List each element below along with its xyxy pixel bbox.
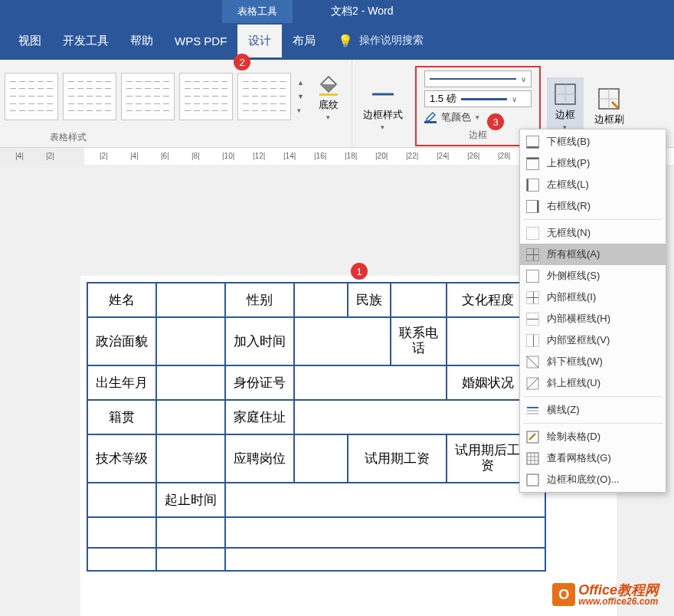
svg-line-12 xyxy=(527,378,538,389)
cell[interactable] xyxy=(294,365,447,400)
table-style-thumb[interactable] xyxy=(121,73,175,120)
cell[interactable] xyxy=(225,548,545,571)
cell[interactable]: 联系电话 xyxy=(391,317,447,365)
cell[interactable]: 试用期后工资 xyxy=(447,434,528,483)
cell[interactable]: 政治面貌 xyxy=(87,317,156,365)
border-group-label: 边框 xyxy=(424,127,532,143)
border-painter-icon xyxy=(597,87,621,111)
menu-bottom-border[interactable]: 下框线(B) xyxy=(520,131,666,152)
menu-borders-shading-dialog[interactable]: 边框和底纹(O)... xyxy=(520,469,666,490)
tab-view[interactable]: 视图 xyxy=(8,25,52,57)
table-row: 籍贯 家庭住址 xyxy=(87,400,545,434)
style-gallery-expand-icon[interactable]: ▾ xyxy=(297,106,304,114)
cell[interactable] xyxy=(156,548,225,571)
cell[interactable] xyxy=(87,483,156,517)
cell[interactable]: 试用期工资 xyxy=(348,434,447,483)
table-style-thumb[interactable] xyxy=(237,73,291,120)
cell[interactable] xyxy=(294,400,545,434)
tab-design[interactable]: 设计 xyxy=(237,25,282,57)
watermark-url: www.office26.com xyxy=(578,597,659,607)
paint-bucket-icon xyxy=(316,72,341,97)
border-weight-select[interactable]: 1.5 磅 ∨ xyxy=(424,90,532,107)
pen-color-button[interactable]: 笔颜色 ▾ xyxy=(424,110,532,124)
borders-dialog-icon xyxy=(526,473,539,487)
menu-outside-borders[interactable]: 外侧框线(S) xyxy=(520,265,666,287)
menu-inside-h-border[interactable]: 内部横框线(H) xyxy=(520,308,666,329)
cell[interactable] xyxy=(156,400,225,434)
cell[interactable] xyxy=(156,317,225,365)
menu-inside-v-border[interactable]: 内部竖框线(V) xyxy=(520,329,666,351)
no-border-icon xyxy=(526,227,539,240)
menu-diag-up-border[interactable]: 斜上框线(U) xyxy=(520,372,666,394)
cell[interactable]: 技术等级 xyxy=(87,434,156,483)
cell[interactable] xyxy=(294,283,348,317)
table-tools-contextual-tab: 表格工具 xyxy=(222,0,293,23)
left-border-icon xyxy=(526,179,539,192)
cell[interactable]: 加入时间 xyxy=(225,317,294,365)
style-scroll-down-icon[interactable]: ▼ xyxy=(297,93,304,100)
cell[interactable]: 起止时间 xyxy=(156,483,225,517)
table-row: 政治面貌 加入时间 联系电话 xyxy=(87,317,545,365)
cell[interactable] xyxy=(156,283,225,317)
menu-horizontal-line[interactable]: 横线(Z) xyxy=(520,399,666,421)
svg-rect-0 xyxy=(319,93,338,96)
style-scroll-up-icon[interactable]: ▲ xyxy=(297,79,304,87)
border-painter-button[interactable]: 边框刷 xyxy=(588,82,630,131)
top-border-icon xyxy=(526,157,539,170)
tab-layout[interactable]: 布局 xyxy=(282,25,326,57)
table-style-thumb[interactable] xyxy=(5,73,58,120)
document-title: 文档2 - Word xyxy=(331,5,393,18)
menu-draw-table[interactable]: 绘制表格(D) xyxy=(520,426,666,447)
cell[interactable] xyxy=(156,434,225,483)
table-style-thumb[interactable] xyxy=(63,73,116,120)
cell[interactable] xyxy=(225,517,545,548)
weight-value: 1.5 磅 xyxy=(430,92,456,106)
lightbulb-icon: 💡 xyxy=(338,34,353,48)
cell[interactable]: 出生年月 xyxy=(87,365,156,400)
tell-me-search[interactable]: 💡 操作说明搜索 xyxy=(338,34,424,48)
search-placeholder: 操作说明搜索 xyxy=(359,34,424,48)
menu-inside-borders[interactable]: 内部框线(I) xyxy=(520,287,666,308)
cell[interactable]: 婚姻状况 xyxy=(447,365,528,400)
tab-help[interactable]: 帮助 xyxy=(119,25,164,57)
menu-all-borders[interactable]: 所有框线(A) xyxy=(520,244,666,265)
border-styles-button[interactable]: 边框样式 ▾ xyxy=(357,77,409,136)
watermark-title: Office教程网 xyxy=(578,583,659,598)
annotation-badge-2: 2 xyxy=(234,54,250,70)
menu-diag-down-border[interactable]: 斜下框线(W) xyxy=(520,351,666,372)
tab-wps-pdf[interactable]: WPS PDF xyxy=(164,25,237,57)
borders-label: 边框 xyxy=(555,108,575,122)
cell[interactable] xyxy=(87,517,156,548)
cell[interactable] xyxy=(391,283,447,317)
svg-rect-2 xyxy=(424,121,437,123)
menu-view-gridlines[interactable]: 查看网格线(G) xyxy=(520,447,666,469)
border-style-icon xyxy=(371,82,395,106)
borders-button[interactable]: 边框 ▾ xyxy=(547,77,584,136)
cell[interactable]: 籍贯 xyxy=(87,400,156,434)
word-table[interactable]: 姓名 性别 民族 文化程度 政治面貌 加入时间 联系电话 出生年月 身份 xyxy=(87,282,546,572)
svg-rect-17 xyxy=(527,453,538,464)
cell[interactable]: 文化程度 xyxy=(447,283,528,317)
cell[interactable]: 民族 xyxy=(348,283,391,317)
cell[interactable] xyxy=(87,548,156,571)
svg-line-10 xyxy=(527,356,538,368)
menu-top-border[interactable]: 上框线(P) xyxy=(520,152,666,174)
menu-left-border[interactable]: 左框线(L) xyxy=(520,174,666,195)
cell[interactable]: 身份证号 xyxy=(225,365,294,400)
cell[interactable]: 姓名 xyxy=(87,283,156,317)
gridlines-icon xyxy=(526,452,539,465)
cell[interactable] xyxy=(225,483,545,517)
cell[interactable] xyxy=(156,365,225,400)
border-line-style-select[interactable]: ∨ xyxy=(424,70,532,87)
shading-button[interactable]: 底纹 ▾ xyxy=(310,67,347,126)
cell[interactable]: 家庭住址 xyxy=(225,400,294,434)
tab-developer[interactable]: 开发工具 xyxy=(52,25,119,57)
menu-right-border[interactable]: 右框线(R) xyxy=(520,195,666,217)
cell[interactable] xyxy=(294,434,348,483)
cell[interactable]: 应聘岗位 xyxy=(225,434,294,483)
cell[interactable]: 性别 xyxy=(225,283,294,317)
menu-no-border[interactable]: 无框线(N) xyxy=(520,222,666,244)
table-style-thumb[interactable] xyxy=(179,73,233,120)
cell[interactable] xyxy=(294,317,391,365)
cell[interactable] xyxy=(156,517,225,548)
